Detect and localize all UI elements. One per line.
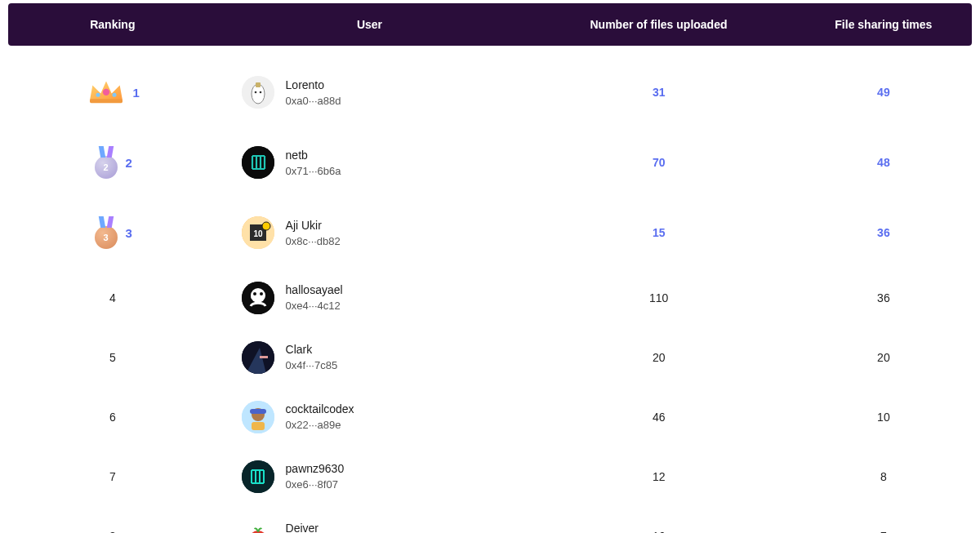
user-name[interactable]: Lorento <box>286 78 341 91</box>
user-name[interactable]: Clark <box>286 343 338 356</box>
share-times: 7 <box>795 530 972 534</box>
user-cell: Lorento 0xa0···a88d <box>217 76 523 109</box>
svg-rect-25 <box>252 422 265 430</box>
svg-point-17 <box>260 292 263 295</box>
files-uploaded: 70 <box>523 156 795 169</box>
rank-number: 5 <box>8 351 217 364</box>
avatar[interactable] <box>242 282 274 314</box>
svg-point-3 <box>112 92 116 96</box>
files-uploaded: 46 <box>523 411 795 424</box>
header-files: Number of files uploaded <box>522 18 795 31</box>
svg-point-16 <box>253 292 256 295</box>
rank-number: 2 <box>126 156 132 170</box>
table-row[interactable]: 6 cocktailcodex 0x22···a89e 4610 <box>8 387 972 446</box>
svg-point-8 <box>259 91 261 94</box>
user-address: 0x71···6b6a <box>286 165 341 177</box>
svg-point-2 <box>96 92 100 96</box>
rank-number: 6 <box>8 411 217 424</box>
svg-rect-21 <box>260 356 268 358</box>
svg-point-15 <box>251 288 265 303</box>
table-row[interactable]: 4 hallosayael 0xe4···4c12 11036 <box>8 268 972 327</box>
rank-cell: 8 <box>8 530 217 534</box>
files-uploaded: 16 <box>523 530 795 534</box>
table-row[interactable]: 1 Lorento 0xa0···a88d 3149 <box>8 57 972 127</box>
header-share: File sharing times <box>795 18 972 31</box>
svg-point-9 <box>242 146 274 179</box>
table-row[interactable]: 7 pawnz9630 0xe6···8f07 128 <box>8 446 972 506</box>
share-times: 20 <box>795 351 972 364</box>
user-address: 0xe6···8f07 <box>286 478 345 491</box>
avatar[interactable] <box>242 460 274 493</box>
files-uploaded: 20 <box>523 351 795 364</box>
medal-silver-icon: 2 <box>93 146 119 179</box>
table-row[interactable]: 8 Deiver 0xe2···cb14 167 <box>8 506 972 533</box>
user-address: 0xa0···a88d <box>286 95 341 107</box>
rank-cell: 5 <box>8 351 217 364</box>
user-name[interactable]: hallosayael <box>286 283 343 296</box>
table-body: 1 Lorento 0xa0···a88d 3149 2 2 netb 0x71… <box>0 57 980 533</box>
rank-number: 1 <box>133 86 140 100</box>
user-cell: Deiver 0xe2···cb14 <box>217 520 523 534</box>
rank-cell: 7 <box>8 470 217 483</box>
header-user: User <box>217 18 523 31</box>
avatar[interactable] <box>242 401 274 433</box>
svg-point-26 <box>242 460 274 493</box>
svg-rect-24 <box>250 409 266 414</box>
table-row[interactable]: 5 Clark 0x4f···7c85 2020 <box>8 327 972 387</box>
header-ranking: Ranking <box>8 18 217 31</box>
table-row[interactable]: 3 3 10 Aji Ukir 0x8c···db82 1536 <box>8 198 972 268</box>
rank-cell: 1 <box>8 77 217 109</box>
rank-cell: 6 <box>8 411 217 424</box>
rank-number: 7 <box>8 470 217 483</box>
share-times: 36 <box>795 226 972 239</box>
rank-cell: 2 2 <box>8 146 217 179</box>
avatar[interactable] <box>242 76 274 109</box>
user-name[interactable]: Aji Ukir <box>286 219 341 232</box>
share-times: 48 <box>795 156 972 169</box>
avatar[interactable] <box>242 520 274 534</box>
user-name[interactable]: netb <box>286 149 341 162</box>
medal-bronze-icon: 3 <box>93 216 119 249</box>
svg-rect-6 <box>256 82 261 87</box>
user-address: 0x4f···7c85 <box>286 359 338 371</box>
rank-cell: 3 3 <box>8 216 217 249</box>
user-name[interactable]: Deiver <box>286 522 341 533</box>
rank-number: 3 <box>126 226 132 240</box>
user-cell: cocktailcodex 0x22···a89e <box>217 401 523 433</box>
share-times: 8 <box>795 470 972 483</box>
avatar[interactable]: 10 <box>242 216 274 249</box>
svg-rect-0 <box>90 99 122 103</box>
share-times: 10 <box>795 411 972 424</box>
user-address: 0xe4···4c12 <box>286 300 343 312</box>
user-address: 0x22···a89e <box>286 419 354 431</box>
files-uploaded: 15 <box>523 226 795 239</box>
user-name[interactable]: pawnz9630 <box>286 462 345 475</box>
avatar[interactable] <box>242 341 274 374</box>
svg-point-1 <box>102 88 109 95</box>
avatar[interactable] <box>242 146 274 179</box>
user-name[interactable]: cocktailcodex <box>286 402 354 415</box>
user-cell: hallosayael 0xe4···4c12 <box>217 282 523 314</box>
svg-text:10: 10 <box>253 229 263 238</box>
files-uploaded: 12 <box>523 470 795 483</box>
svg-point-7 <box>254 91 256 94</box>
table-row[interactable]: 2 2 netb 0x71···6b6a 7048 <box>8 127 972 198</box>
rank-cell: 4 <box>8 291 217 304</box>
svg-point-13 <box>262 222 270 230</box>
user-address: 0x8c···db82 <box>286 235 341 247</box>
share-times: 36 <box>795 291 972 304</box>
user-cell: pawnz9630 0xe6···8f07 <box>217 460 523 493</box>
user-cell: netb 0x71···6b6a <box>217 146 523 179</box>
user-cell: 10 Aji Ukir 0x8c···db82 <box>217 216 523 249</box>
table-header: Ranking User Number of files uploaded Fi… <box>8 3 972 46</box>
rank-number: 4 <box>8 291 217 304</box>
share-times: 49 <box>795 86 972 99</box>
crown-icon <box>86 77 127 109</box>
rank-number: 8 <box>8 530 217 534</box>
user-cell: Clark 0x4f···7c85 <box>217 341 523 374</box>
files-uploaded: 31 <box>523 86 795 99</box>
files-uploaded: 110 <box>523 291 795 304</box>
